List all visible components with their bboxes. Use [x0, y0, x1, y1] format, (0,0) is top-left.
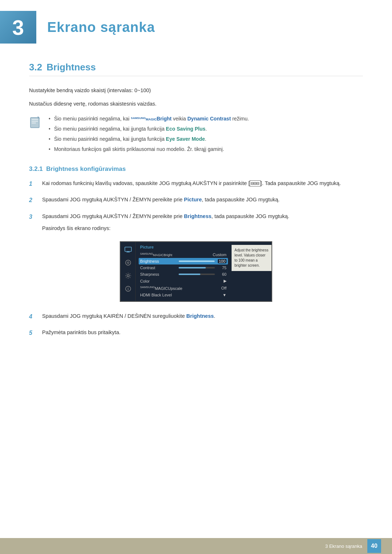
svg-rect-8: [126, 252, 130, 253]
step-text-5: Pažymėta parinktis bus pritaikyta.: [42, 328, 121, 337]
step-number-1: 1: [29, 179, 38, 189]
samsung-magic-text-1: SAMSUNGMAGIC: [131, 118, 157, 121]
step-2: 2 Spausdami JOG mygtuką AUKŠTYN / ŽEMYN …: [29, 196, 363, 205]
section-title: 3.2Brightness: [29, 62, 363, 76]
note-icon: [29, 115, 43, 129]
note-line-4: • Monitoriaus funkcijos gali skirtis pri…: [49, 145, 363, 154]
monitor-icon: [124, 246, 132, 254]
upscale-row: SAMSUNGMAGICUpscale Off: [140, 284, 226, 292]
note-lines: • Šio meniu pasirinkti negalima, kai SAM…: [49, 115, 363, 155]
magic-bright-row: SAMSUNGMAGICBright Custom: [140, 251, 226, 258]
gear-icon: [124, 272, 132, 280]
chapter-number: 3: [12, 15, 24, 40]
step-4: 4 Spausdami JOG mygtuką KAIRĖN / DEŠINĖN…: [29, 312, 363, 321]
step-1: 1 Kai rodomas funkcinių klavišų vadovas,…: [29, 179, 363, 189]
info-icon: i: [124, 285, 132, 293]
svg-rect-1: [32, 119, 38, 120]
svg-point-9: [126, 260, 131, 265]
svg-rect-6: [125, 247, 131, 251]
svg-rect-2: [32, 121, 38, 122]
step-text-3: Spausdami JOG mygtuką AUKŠTYN / ŽEMYN pe…: [42, 212, 289, 221]
screen-sidebar: i: [121, 242, 136, 301]
step-number-5: 5: [29, 328, 38, 338]
intro-text-2: Nustačius didesnę vertę, rodomas skaiste…: [29, 100, 363, 108]
step-3-note: Pasirodys šis ekrano rodinys:: [42, 224, 289, 233]
notes-block: • Šio meniu pasirinkti negalima, kai SAM…: [29, 115, 363, 155]
screen-tooltip: Adjust the brightness level. Values clos…: [232, 245, 271, 271]
main-content: 3.2Brightness Nustatykite bendrą vaizdo …: [0, 62, 392, 374]
subsection-title-text: Brightness konfigūravimas: [46, 165, 126, 172]
color-row: Color ▶: [140, 278, 226, 284]
step-number-2: 2: [29, 196, 38, 205]
brightness-row: Brightness 100: [139, 258, 228, 264]
step-5: 5 Pažymėta parinktis bus pritaikyta.: [29, 328, 363, 338]
svg-text:i: i: [127, 287, 128, 291]
svg-marker-4: [38, 116, 40, 118]
step-number-4: 4: [29, 312, 38, 321]
step-text-4: Spausdami JOG mygtuką KAIRĖN / DEŠINĖN s…: [42, 312, 215, 320]
screen-container: i Picture SAMSUNGMAGICBright Custom Brig…: [29, 241, 363, 302]
screen-content: Picture SAMSUNGMAGICBright Custom Bright…: [136, 242, 231, 301]
chapter-number-block: 3: [0, 11, 36, 44]
step-number-3: 3: [29, 212, 38, 222]
chapter-title: Ekrano sąranka: [47, 20, 155, 35]
step-3: 3 Spausdami JOG mygtuką AUKŠTYN / ŽEMYN …: [29, 212, 363, 233]
chapter-header: 3 Ekrano sąranka: [0, 0, 392, 54]
sharpness-row: Sharpness 60: [140, 271, 226, 278]
subsection-title: 3.2.1 Brightness konfigūravimas: [29, 165, 363, 173]
arrows-icon: [124, 259, 132, 267]
note-line-2: • Šio meniu pasirinkti negalima, kai įju…: [49, 125, 363, 134]
note-line-3: • Šio meniu pasirinkti negalima, kai įju…: [49, 135, 363, 144]
subsection-number: 3.2.1: [29, 165, 43, 172]
step-text-2: Spausdami JOG mygtuką AUKŠTYN / ŽEMYN pe…: [42, 196, 279, 204]
note-line-1: • Šio meniu pasirinkti negalima, kai SAM…: [49, 115, 363, 123]
footer-page: 40: [367, 539, 381, 553]
screen-mockup: i Picture SAMSUNGMAGICBright Custom Brig…: [120, 241, 272, 302]
svg-rect-3: [32, 123, 36, 123]
section-title-text: Brightness: [46, 62, 96, 73]
step-text-1: Kai rodomas funkcinių klavišų vadovas, s…: [42, 179, 341, 188]
contrast-row: Contrast 75: [140, 264, 226, 271]
hdmi-row: HDMI Black Level ▼: [140, 292, 226, 298]
screen-category: Picture: [140, 245, 226, 249]
intro-text-1: Nustatykite bendrą vaizdo skaistį (inter…: [29, 86, 363, 95]
footer-text: 3 Ekrano sąranka: [325, 543, 362, 549]
section-number: 3.2: [29, 62, 42, 73]
footer: 3 Ekrano sąranka 40: [0, 538, 392, 554]
svg-point-10: [127, 275, 129, 277]
